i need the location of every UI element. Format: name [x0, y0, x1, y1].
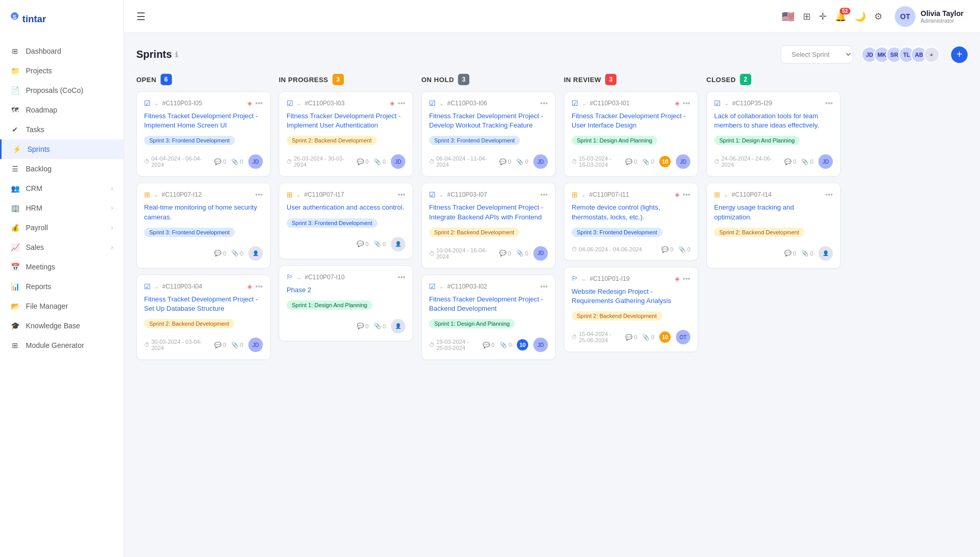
- card-onhold-3: ☑ ⌄ #C110P03-I02 ••• Fitness Tracker Dev…: [421, 275, 556, 360]
- sidebar-item-proposals[interactable]: 📄 Proposals (CoCo): [0, 81, 123, 100]
- sprint-tag: Sprint 2: Backend Development: [287, 136, 377, 145]
- column-open-badge: 6: [161, 74, 172, 85]
- card-more-icon[interactable]: •••: [398, 99, 405, 107]
- card-toprow: ☑ ⌄ #C110P03-I01 ◈ •••: [572, 99, 690, 107]
- sidebar-item-sprints[interactable]: ⚡ Sprints: [0, 139, 123, 159]
- column-in-progress-header: IN PROGRESS 3: [279, 74, 413, 85]
- settings-icon[interactable]: ⚙: [874, 11, 882, 22]
- card-inreview-1: ☑ ⌄ #C110P03-I01 ◈ ••• Fitness Tracker D…: [564, 91, 698, 177]
- card-more-icon[interactable]: •••: [825, 99, 833, 107]
- card-more-icon[interactable]: •••: [398, 273, 405, 281]
- card-more-icon[interactable]: •••: [540, 190, 548, 199]
- card-unassigned-avatar: 👤: [248, 246, 263, 261]
- card-closed-2: ⊞ ⌄ #C110P07-I14 ••• Energy usage tracki…: [706, 183, 841, 268]
- card-more-icon[interactable]: •••: [683, 190, 690, 199]
- notifications-icon[interactable]: 🔔 52: [835, 11, 846, 22]
- hamburger-button[interactable]: ☰: [136, 10, 146, 23]
- column-on-hold-header: ON HOLD 3: [421, 74, 556, 85]
- theme-toggle-icon[interactable]: 🌙: [855, 11, 866, 22]
- card-attachments: 📎 0: [516, 250, 528, 257]
- sidebar-item-projects[interactable]: 📁 Projects: [0, 61, 123, 81]
- add-sprint-button[interactable]: +: [951, 46, 968, 63]
- topbar-icons: 🇺🇸 ⊞ ✛ 🔔 52 🌙 ⚙: [782, 10, 882, 23]
- card-assignee-avatar: JD: [391, 154, 405, 169]
- language-selector[interactable]: 🇺🇸: [782, 10, 795, 23]
- card-toprow: ☑ ⌄ #C110P03-I02 •••: [429, 282, 548, 291]
- card-more-icon[interactable]: •••: [683, 275, 690, 283]
- sidebar-item-payroll[interactable]: 💰 Payroll ›: [0, 218, 123, 237]
- sidebar-item-module-generator[interactable]: ⊞ Module Generator: [0, 336, 123, 355]
- card-title[interactable]: Fitness Tracker Development Project - In…: [429, 203, 548, 221]
- sidebar-label-dashboard: Dashboard: [26, 47, 61, 55]
- card-more-icon[interactable]: •••: [540, 282, 548, 291]
- card-title[interactable]: Energy usage tracking and optimization.: [714, 203, 833, 221]
- sidebar-item-sales[interactable]: 📈 Sales ›: [0, 237, 123, 257]
- column-on-hold-badge: 3: [458, 74, 469, 85]
- card-toprow: ⊞ ⌄ #C110P07-I11 ◈ •••: [572, 190, 690, 199]
- card-more-icon[interactable]: •••: [683, 99, 690, 107]
- card-more-icon[interactable]: •••: [540, 99, 548, 107]
- card-attachments: 📎 0: [231, 158, 243, 165]
- card-title[interactable]: Real-time monitoring of home security ca…: [144, 203, 263, 221]
- column-in-progress-badge: 3: [333, 74, 344, 85]
- card-date: ⏱ 30-03-2024 - 03-04-2024: [144, 339, 209, 351]
- sidebar-item-backlog[interactable]: ☰ Backlog: [0, 159, 123, 179]
- sidebar-item-knowledge-base[interactable]: 🎓 Knowledge Base: [0, 316, 123, 336]
- num-badge: 10: [659, 156, 671, 167]
- sidebar-item-reports[interactable]: 📊 Reports: [0, 277, 123, 296]
- sidebar-item-meetings[interactable]: 📅 Meetings: [0, 257, 123, 277]
- sprint-select[interactable]: Select Sprint: [781, 45, 853, 63]
- sidebar-item-roadmap[interactable]: 🗺 Roadmap: [0, 100, 123, 120]
- card-assignee-avatar: OT: [676, 330, 690, 344]
- card-title[interactable]: User authentication and access control.: [287, 203, 405, 212]
- card-date: ⏱ 19-03-2024 - 25-03-2024: [429, 339, 478, 351]
- card-chevron-icon: ⌄: [296, 274, 302, 281]
- sidebar-label-meetings: Meetings: [26, 263, 55, 271]
- card-title[interactable]: Lack of collaboration tools for team mem…: [714, 112, 833, 130]
- card-title[interactable]: Phase 2: [287, 285, 405, 295]
- card-toprow: ☑ ⌄ #C110P03-I06 •••: [429, 99, 548, 107]
- card-title[interactable]: Fitness Tracker Development Project - De…: [429, 112, 548, 130]
- card-open-3: ☑ ⌄ #C110P03-I04 ◈ ••• Fitness Tracket D…: [136, 275, 271, 360]
- info-icon[interactable]: ℹ: [175, 51, 178, 59]
- card-title[interactable]: Fitness Tracket Development Project - Se…: [144, 295, 263, 313]
- sidebar-item-file-manager[interactable]: 📂 File Manager: [0, 296, 123, 316]
- card-onhold-1: ☑ ⌄ #C110P03-I06 ••• Fitness Tracker Dev…: [421, 91, 556, 177]
- card-attachments: 📎 0: [801, 158, 813, 165]
- apps-icon[interactable]: ⊞: [803, 11, 811, 22]
- sidebar-label-hrm: HRM: [26, 204, 42, 212]
- card-more-icon[interactable]: •••: [255, 282, 263, 291]
- user-profile[interactable]: OT Olivia Taylor Administrator: [891, 4, 968, 29]
- crosshair-icon[interactable]: ✛: [819, 11, 827, 22]
- card-more-icon[interactable]: •••: [255, 190, 263, 199]
- card-title[interactable]: Fitness Tracker Development Project - Ba…: [429, 295, 548, 313]
- card-chevron-icon: ⌄: [154, 283, 159, 290]
- card-title[interactable]: Fitness Tracker Development Project - Im…: [287, 112, 405, 130]
- card-comments: 💬 0: [214, 250, 226, 257]
- card-attachments: 📎 0: [231, 250, 243, 257]
- card-title[interactable]: Fitness Tracket Development Project - Im…: [144, 112, 263, 130]
- card-type-icon: 🏳: [287, 273, 293, 281]
- sales-arrow-icon: ›: [111, 244, 113, 251]
- sidebar: tintar S ⊞ Dashboard 📁 Projects 📄 Propos…: [0, 0, 124, 557]
- sidebar-item-dashboard[interactable]: ⊞ Dashboard: [0, 41, 123, 61]
- column-closed-header: CLOSED 2: [706, 74, 841, 85]
- clock-icon: ⏱: [572, 158, 577, 165]
- num-badge: 10: [659, 331, 671, 343]
- card-chevron-icon: ⌄: [296, 191, 301, 198]
- card-footer: ⏱ 15-03-2024 - 18-03-2024 💬 0 📎 0 10 JD: [572, 154, 690, 169]
- card-title[interactable]: Website Redesign Project - Requirements …: [572, 287, 690, 306]
- card-title[interactable]: Remote device control (lights, thermosta…: [572, 203, 690, 221]
- card-title[interactable]: Fitness Tracker Development Project - Us…: [572, 112, 690, 130]
- card-more-icon[interactable]: •••: [825, 190, 833, 199]
- group-avatar-more[interactable]: +: [923, 46, 940, 63]
- sidebar-item-hrm[interactable]: 🏢 HRM ›: [0, 198, 123, 218]
- card-id: #C110P07-I14: [732, 191, 771, 198]
- card-comments: 💬 0: [499, 158, 511, 165]
- card-attachments: 📎 0: [516, 158, 528, 165]
- card-more-icon[interactable]: •••: [398, 190, 405, 199]
- card-comments: 💬 0: [483, 342, 495, 348]
- sidebar-item-tasks[interactable]: ✔ Tasks: [0, 120, 123, 139]
- sidebar-item-crm[interactable]: 👥 CRM ›: [0, 179, 123, 198]
- card-more-icon[interactable]: •••: [255, 99, 263, 107]
